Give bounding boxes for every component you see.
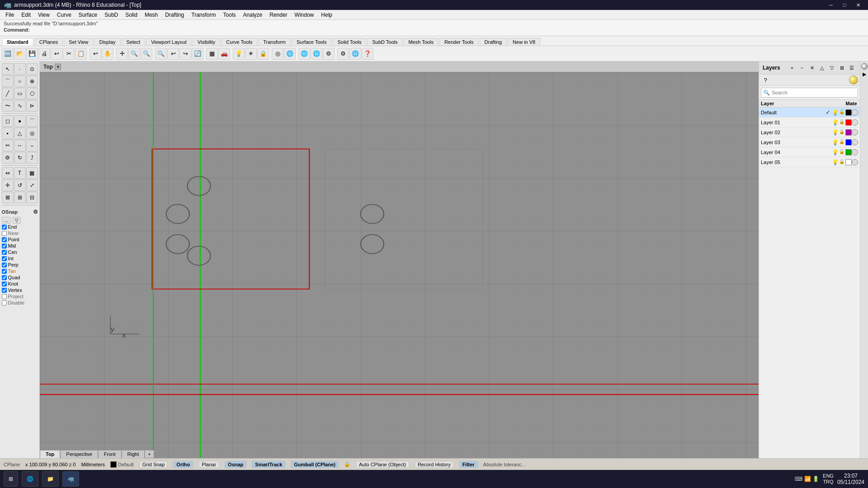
toolbar-btn-15[interactable]: 🔄 [192,48,203,60]
toolbar-tab-solid-tools[interactable]: Solid Tools [332,38,366,46]
layer-color-05[interactable] [845,159,852,165]
viewport-tab-front[interactable]: Front [98,450,122,458]
layer-row-03[interactable]: Layer 03 💡 🔓 [759,137,860,147]
snap-more-btn[interactable]: … [2,217,11,224]
ortho-btn[interactable]: Ortho [173,461,193,468]
snap-tan[interactable]: Tan [2,268,38,274]
viewport-tab-top[interactable]: Top [40,450,60,458]
menu-item-solid[interactable]: Solid [122,11,141,19]
layer-bulb-01[interactable]: 💡 [832,119,838,126]
menu-item-edit[interactable]: Edit [18,11,34,19]
layer-mat-04[interactable] [852,149,858,155]
layer-mat-02[interactable] [852,129,858,136]
toolbar-btn-23[interactable]: 🌐 [298,48,310,60]
toolbar-btn-24[interactable]: 🌐 [311,48,322,60]
snap-int[interactable]: Int [2,255,38,262]
layer-lock-05[interactable]: 🔓 [839,159,845,165]
freeform-tool[interactable]: 〜 [2,100,14,112]
color-box[interactable] [110,461,117,468]
select-tool[interactable]: ↖ [2,63,14,75]
layer-color-default[interactable] [845,109,852,116]
menu-item-render[interactable]: Render [266,11,291,19]
layer-bulb-05[interactable]: 💡 [832,159,838,165]
toolbar-btn-5[interactable]: ✂ [63,48,75,60]
box-tool[interactable]: ▪ [2,127,14,139]
rebuild-tool[interactable]: ↻ [14,152,26,164]
rect-tool[interactable]: ▭ [14,88,26,99]
menu-item-drafting[interactable]: Drafting [161,11,188,19]
toolbar-btn-27[interactable]: 🌐 [349,48,361,60]
snap-end[interactable]: End [2,224,38,230]
rotate-tool[interactable]: ↺ [14,179,26,191]
maximize-button[interactable]: □ [838,1,851,9]
toolbar-btn-2[interactable]: 💾 [26,48,38,60]
grid-snap-btn[interactable]: Grid Snap [139,461,168,468]
toolbar-btn-12[interactable]: 🔍 [155,48,167,60]
cone-tool[interactable]: △ [14,127,26,139]
layer-color-04[interactable] [845,149,852,155]
snap-knot[interactable]: Knot [2,281,38,287]
layer-bulb-04[interactable]: 💡 [832,149,838,155]
group-tool[interactable]: ⊟ [26,192,38,203]
toolbar-tab-visibility[interactable]: Visibility [193,38,221,46]
toolbar-btn-16[interactable]: ▦ [206,48,218,60]
toolbar-btn-3[interactable]: 🖨 [38,48,50,60]
layer-color-03[interactable] [845,139,852,145]
surface-tool[interactable]: ◻ [2,115,14,127]
toolbar-btn-18[interactable]: 💡 [233,48,245,60]
menu-item-tools[interactable]: Tools [220,11,240,19]
offset-tool[interactable]: ⤴ [26,152,38,164]
move-tool[interactable]: ✛ [2,179,14,191]
toolbar-tab-mesh-tools[interactable]: Mesh Tools [403,38,438,46]
fillet-tool[interactable]: ⌣ [26,140,38,151]
snap-point[interactable]: Point [2,236,38,243]
menu-item-surface[interactable]: Surface [75,11,101,19]
toolbar-tab-display[interactable]: Display [94,38,120,46]
menu-item-analyze[interactable]: Analyze [240,11,266,19]
viewport-tab-perspective[interactable]: Perspective [60,450,98,458]
menu-item-transform[interactable]: Transform [188,11,219,19]
toolbar-btn-25[interactable]: ⚙ [323,48,335,60]
menu-item-subd[interactable]: SubD [101,11,122,19]
layer-lock-default[interactable]: 🔓 [839,109,845,116]
snap-near[interactable]: Near [2,230,38,236]
toolbar-btn-0[interactable]: 🆕 [2,48,14,60]
layer-lock-04[interactable]: 🔓 [839,149,845,155]
lasso-tool[interactable]: ⊙ [26,63,38,75]
snap-project[interactable]: Project [2,293,38,300]
snap-quad[interactable]: Quad [2,274,38,281]
viewport-canvas[interactable]: x y Top Perspective Front Right + [40,72,759,458]
viewport-area[interactable]: Top ▾ [40,61,759,458]
toolbar-btn-20[interactable]: 🔒 [257,48,269,60]
taskbar-explorer[interactable]: 📁 [42,471,59,487]
record-history-btn[interactable]: Record History [415,461,454,468]
points-tool[interactable]: · [14,63,26,75]
toolbar-btn-10[interactable]: 🔍 [128,48,140,60]
layers-help-btn[interactable]: ? [761,75,770,84]
toolbar-btn-6[interactable]: 📋 [75,48,87,60]
toolbar-btn-19[interactable]: ☀ [245,48,257,60]
layers-down-btn[interactable]: ▽ [827,63,836,72]
snap-filter-btn[interactable]: ▽ [13,217,21,224]
menu-item-curve[interactable]: Curve [53,11,75,19]
layer-row-01[interactable]: Layer 01 💡 🔓 [759,117,860,127]
layer-mat-05[interactable] [852,159,858,165]
layers-up-btn[interactable]: △ [817,63,826,72]
toolbar-btn-17[interactable]: 🚗 [218,48,230,60]
snap-cen[interactable]: Cen [2,249,38,255]
poly-tool[interactable]: ⬡ [26,88,38,99]
layer-row-02[interactable]: Layer 02 💡 🔓 [759,127,860,137]
planar-btn[interactable]: Planar [198,461,219,468]
toolbar-btn-14[interactable]: ↪ [179,48,191,60]
osnap-btn[interactable]: Osnap [225,461,246,468]
menu-item-file[interactable]: File [2,11,18,19]
layers-filter-btn[interactable]: ⊞ [837,63,846,72]
mirror-tool[interactable]: ⊠ [2,192,14,203]
layer-bulb-02[interactable]: 💡 [832,129,838,136]
layer-lock-01[interactable]: 🔓 [839,119,845,126]
trim-tool[interactable]: ✂ [2,140,14,151]
toolbar-tab-render-tools[interactable]: Render Tools [439,38,479,46]
blend-tool[interactable]: ⚙ [2,152,14,164]
viewport-dropdown[interactable]: ▾ [55,64,61,70]
smarttrack-btn[interactable]: SmartTrack [252,461,285,468]
